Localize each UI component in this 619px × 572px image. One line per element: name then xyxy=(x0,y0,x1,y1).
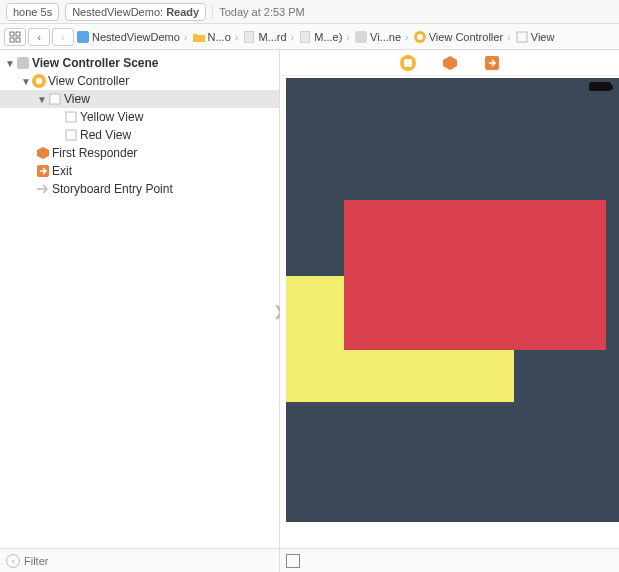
scene-label: View Controller Scene xyxy=(32,56,159,70)
svg-point-9 xyxy=(417,34,423,40)
svg-rect-4 xyxy=(77,31,89,43)
svg-rect-5 xyxy=(244,31,254,43)
file-icon xyxy=(298,30,312,44)
exit-label: Exit xyxy=(52,164,72,178)
svg-rect-0 xyxy=(10,32,14,36)
crumb-folder[interactable]: N...o › xyxy=(192,30,241,44)
crumb-label: NestedViewDemo xyxy=(92,31,180,43)
svg-rect-7 xyxy=(355,31,367,43)
exit-row[interactable]: Exit xyxy=(0,162,279,180)
canvas-panel: ❯ xyxy=(280,50,619,572)
spacer xyxy=(52,130,64,141)
svg-marker-17 xyxy=(37,147,49,159)
view-label: View xyxy=(64,92,90,106)
red-label: Red View xyxy=(80,128,131,142)
outline-filter-bar: ◦ xyxy=(0,548,279,572)
entry-point-row[interactable]: Storyboard Entry Point xyxy=(0,180,279,198)
view-icon xyxy=(64,128,78,142)
jump-bar: ‹ › NestedViewDemo › N...o › M...rd › M.… xyxy=(0,24,619,50)
first-responder-row[interactable]: First Responder xyxy=(0,144,279,162)
exit-icon[interactable] xyxy=(483,54,501,72)
crumb-label: M...e) xyxy=(314,31,342,43)
crumb-label: N...o xyxy=(208,31,231,43)
arrow-icon xyxy=(36,182,50,196)
build-status-chip: NestedViewDemo: Ready xyxy=(65,3,206,21)
build-state: Ready xyxy=(166,4,199,20)
project-icon xyxy=(76,30,90,44)
crumb-label: View Controller xyxy=(429,31,503,43)
view-as-icon[interactable] xyxy=(286,554,300,568)
view-icon xyxy=(515,30,529,44)
related-items-button[interactable] xyxy=(4,28,26,46)
svg-rect-10 xyxy=(517,32,527,42)
crumb-label: M...rd xyxy=(258,31,286,43)
crumb-scene[interactable]: Vi...ne › xyxy=(354,30,411,44)
svg-rect-1 xyxy=(16,32,20,36)
vc-icon[interactable] xyxy=(399,54,417,72)
svg-rect-6 xyxy=(300,31,310,43)
device-view[interactable] xyxy=(286,78,619,522)
back-button[interactable]: ‹ xyxy=(28,28,50,46)
vc-row[interactable]: ▼ View Controller xyxy=(0,72,279,90)
separator xyxy=(212,4,213,20)
svg-rect-3 xyxy=(16,38,20,42)
status-bar: hone 5s NestedViewDemo: Ready Today at 2… xyxy=(0,0,619,24)
svg-rect-11 xyxy=(17,57,29,69)
exit-icon xyxy=(36,164,50,178)
outline-tree[interactable]: ▼ View Controller Scene ▼ View Controlle… xyxy=(0,50,279,548)
filter-input[interactable] xyxy=(24,555,273,567)
scene-icon xyxy=(354,30,368,44)
forward-button[interactable]: › xyxy=(52,28,74,46)
canvas-bottom-bar xyxy=(280,548,619,572)
vc-icon xyxy=(32,74,46,88)
crumb-vc[interactable]: View Controller › xyxy=(413,30,513,44)
svg-rect-16 xyxy=(66,130,76,140)
folder-icon xyxy=(192,30,206,44)
crumb-project[interactable]: NestedViewDemo › xyxy=(76,30,190,44)
scene-row[interactable]: ▼ View Controller Scene xyxy=(0,54,279,72)
entry-label: Storyboard Entry Point xyxy=(52,182,173,196)
disclosure-triangle[interactable]: ▼ xyxy=(36,94,48,105)
svg-rect-15 xyxy=(66,112,76,122)
view-icon xyxy=(48,92,62,106)
timestamp: Today at 2:53 PM xyxy=(219,6,305,18)
spacer xyxy=(52,112,64,123)
svg-point-13 xyxy=(36,78,42,84)
crumb-base[interactable]: M...e) › xyxy=(298,30,352,44)
cube-icon xyxy=(36,146,50,160)
crumb-label: Vi...ne xyxy=(370,31,401,43)
document-outline: ▼ View Controller Scene ▼ View Controlle… xyxy=(0,50,280,572)
file-icon xyxy=(242,30,256,44)
scene-dock xyxy=(280,50,619,76)
vc-icon xyxy=(413,30,427,44)
main-split: ▼ View Controller Scene ▼ View Controlle… xyxy=(0,50,619,572)
svg-rect-2 xyxy=(10,38,14,42)
svg-rect-14 xyxy=(50,94,60,104)
yellow-view-row[interactable]: Yellow View xyxy=(0,108,279,126)
svg-rect-20 xyxy=(404,59,412,67)
crumb-label: View xyxy=(531,31,555,43)
device-chip[interactable]: hone 5s xyxy=(6,3,59,21)
disclosure-triangle[interactable]: ▼ xyxy=(20,76,32,87)
red-view[interactable] xyxy=(344,200,606,350)
crumb-view[interactable]: View xyxy=(515,30,555,44)
interface-builder-canvas[interactable] xyxy=(280,76,619,548)
disclosure-triangle[interactable]: ▼ xyxy=(4,58,16,69)
battery-icon xyxy=(589,82,611,91)
vc-label: View Controller xyxy=(48,74,129,88)
view-icon xyxy=(64,110,78,124)
responder-label: First Responder xyxy=(52,146,137,160)
project-name: NestedViewDemo: xyxy=(72,4,163,20)
yellow-label: Yellow View xyxy=(80,110,143,124)
scene-icon xyxy=(16,56,30,70)
filter-icon[interactable]: ◦ xyxy=(6,554,20,568)
red-view-row[interactable]: Red View xyxy=(0,126,279,144)
view-row[interactable]: ▼ View xyxy=(0,90,279,108)
crumb-storyboard[interactable]: M...rd › xyxy=(242,30,296,44)
cube-icon[interactable] xyxy=(441,54,459,72)
svg-marker-21 xyxy=(443,56,457,70)
